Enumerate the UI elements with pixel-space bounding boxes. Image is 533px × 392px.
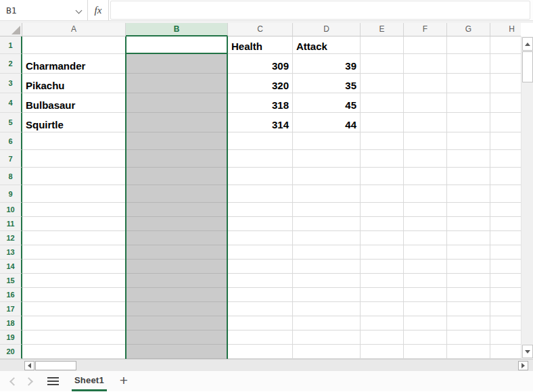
cell-G15[interactable]: [447, 274, 490, 288]
cell-F20[interactable]: [404, 345, 447, 359]
cell-A10[interactable]: [22, 203, 126, 217]
cell-A7[interactable]: [22, 150, 126, 168]
select-all-button[interactable]: [0, 23, 22, 36]
horizontal-scrollbar[interactable]: [0, 359, 533, 371]
cell-B12[interactable]: [126, 231, 228, 245]
cell-C16[interactable]: [228, 288, 293, 302]
cell-D9[interactable]: [293, 185, 361, 203]
cell-D16[interactable]: [293, 288, 361, 302]
cell-E14[interactable]: [361, 260, 404, 274]
chevron-down-icon[interactable]: [76, 7, 82, 14]
cell-F8[interactable]: [404, 168, 447, 185]
cell-E3[interactable]: [361, 74, 404, 93]
cell-H1[interactable]: [490, 36, 521, 54]
cell-C3[interactable]: 320: [228, 74, 293, 93]
cell-E19[interactable]: [361, 330, 404, 345]
cell-E1[interactable]: [361, 36, 404, 54]
row-header-19[interactable]: 19: [0, 330, 22, 345]
cell-E10[interactable]: [361, 203, 404, 217]
cell-D6[interactable]: [293, 132, 361, 150]
cell-G17[interactable]: [447, 302, 490, 316]
row-header-15[interactable]: 15: [0, 274, 22, 288]
cell-H14[interactable]: [490, 260, 521, 274]
column-header-B[interactable]: B: [126, 23, 228, 36]
cell-C12[interactable]: [228, 231, 293, 245]
cell-D18[interactable]: [293, 316, 361, 330]
cell-G10[interactable]: [447, 203, 490, 217]
cell-H4[interactable]: [490, 93, 521, 113]
cell-A18[interactable]: [22, 316, 126, 330]
sheet-menu-icon[interactable]: [47, 377, 59, 385]
row-header-9[interactable]: 9: [0, 185, 22, 203]
cell-A12[interactable]: [22, 231, 126, 245]
cell-G14[interactable]: [447, 260, 490, 274]
scroll-up-button[interactable]: [522, 37, 533, 51]
row-header-1[interactable]: 1: [0, 36, 22, 54]
cell-D17[interactable]: [293, 302, 361, 316]
cell-A6[interactable]: [22, 132, 126, 150]
cell-A8[interactable]: [22, 168, 126, 185]
cell-F17[interactable]: [404, 302, 447, 316]
cell-E9[interactable]: [361, 185, 404, 203]
row-header-3[interactable]: 3: [0, 74, 22, 93]
cell-C18[interactable]: [228, 316, 293, 330]
cell-A19[interactable]: [22, 330, 126, 345]
cell-A14[interactable]: [22, 260, 126, 274]
cell-B2[interactable]: [126, 54, 228, 74]
cell-C17[interactable]: [228, 302, 293, 316]
cell-H3[interactable]: [490, 74, 521, 93]
cell-B6[interactable]: [126, 132, 228, 150]
cell-G20[interactable]: [447, 345, 490, 359]
cell-D5[interactable]: 44: [293, 113, 361, 132]
row-header-7[interactable]: 7: [0, 150, 22, 168]
cell-F11[interactable]: [404, 217, 447, 231]
cell-E8[interactable]: [361, 168, 404, 185]
cell-B5[interactable]: [126, 113, 228, 132]
cell-C1[interactable]: Health: [228, 36, 293, 54]
cell-F4[interactable]: [404, 93, 447, 113]
cell-A15[interactable]: [22, 274, 126, 288]
cell-G8[interactable]: [447, 168, 490, 185]
cell-D8[interactable]: [293, 168, 361, 185]
cell-A13[interactable]: [22, 245, 126, 260]
cell-A3[interactable]: Pikachu: [22, 74, 126, 93]
cell-F7[interactable]: [404, 150, 447, 168]
cell-E13[interactable]: [361, 245, 404, 260]
row-header-6[interactable]: 6: [0, 132, 22, 150]
cell-H18[interactable]: [490, 316, 521, 330]
horizontal-scrollbar-thumb[interactable]: [35, 361, 76, 370]
scroll-left-button[interactable]: [24, 361, 34, 370]
column-header-E[interactable]: E: [361, 23, 404, 36]
cell-B8[interactable]: [126, 168, 228, 185]
cell-F6[interactable]: [404, 132, 447, 150]
row-header-13[interactable]: 13: [0, 245, 22, 260]
cell-C2[interactable]: 309: [228, 54, 293, 74]
row-header-11[interactable]: 11: [0, 217, 22, 231]
cell-E15[interactable]: [361, 274, 404, 288]
cell-F5[interactable]: [404, 113, 447, 132]
vertical-scrollbar-thumb[interactable]: [522, 51, 533, 82]
cell-E7[interactable]: [361, 150, 404, 168]
cell-D13[interactable]: [293, 245, 361, 260]
scroll-right-button[interactable]: [518, 361, 528, 370]
cell-H20[interactable]: [490, 345, 521, 359]
cell-A11[interactable]: [22, 217, 126, 231]
cell-G7[interactable]: [447, 150, 490, 168]
cell-E4[interactable]: [361, 93, 404, 113]
cell-C10[interactable]: [228, 203, 293, 217]
cell-C11[interactable]: [228, 217, 293, 231]
column-header-C[interactable]: C: [228, 23, 293, 36]
cell-G6[interactable]: [447, 132, 490, 150]
cell-G4[interactable]: [447, 93, 490, 113]
cell-C20[interactable]: [228, 345, 293, 359]
prev-sheet-icon[interactable]: [9, 378, 16, 385]
cell-H16[interactable]: [490, 288, 521, 302]
cell-C15[interactable]: [228, 274, 293, 288]
cell-D11[interactable]: [293, 217, 361, 231]
cell-D20[interactable]: [293, 345, 361, 359]
cell-F15[interactable]: [404, 274, 447, 288]
cell-D15[interactable]: [293, 274, 361, 288]
cell-B18[interactable]: [126, 316, 228, 330]
cell-E16[interactable]: [361, 288, 404, 302]
row-header-17[interactable]: 17: [0, 302, 22, 316]
